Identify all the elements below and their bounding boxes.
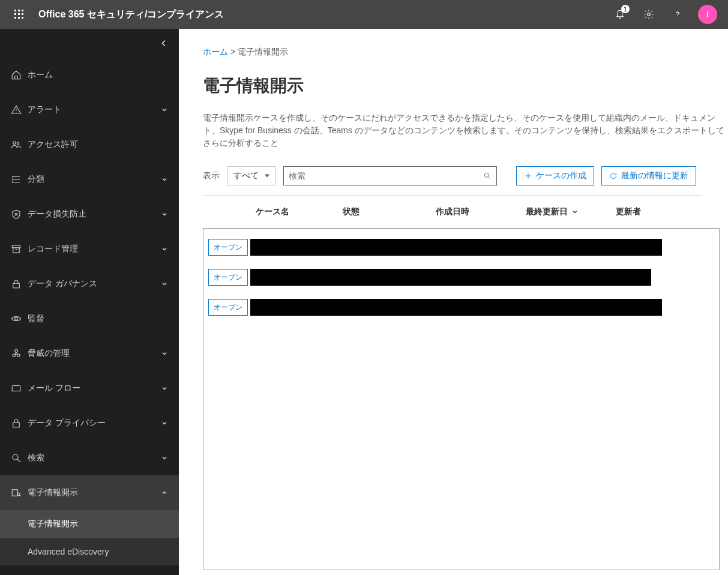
- svg-rect-2: [22, 10, 23, 11]
- sidebar-subitem-label: Advanced eDiscovery: [28, 547, 109, 556]
- settings-icon[interactable]: [634, 0, 663, 29]
- chevron-down-icon: [160, 176, 169, 183]
- notification-badge: 1: [621, 5, 630, 13]
- create-case-button[interactable]: ケースの作成: [516, 166, 594, 185]
- svg-point-16: [16, 353, 17, 355]
- col-created[interactable]: 作成日時: [431, 206, 521, 217]
- sidebar-item-permissions[interactable]: アクセス許可: [0, 127, 179, 162]
- sidebar-item-search[interactable]: 検索: [0, 441, 179, 475]
- svg-point-18: [13, 354, 16, 357]
- search-input[interactable]: [289, 171, 483, 181]
- sidebar-item-home[interactable]: ホーム: [0, 58, 179, 92]
- table-row: オープン: [208, 235, 719, 260]
- sidebar-item-label: 分類: [28, 174, 160, 185]
- svg-rect-23: [12, 490, 17, 496]
- col-state[interactable]: 状態: [338, 206, 431, 217]
- svg-point-19: [17, 354, 20, 357]
- sidebar-item-data-privacy[interactable]: データ プライバシー: [0, 406, 179, 441]
- breadcrumb-home-link[interactable]: ホーム: [203, 47, 228, 56]
- table-body: オープン オープン オープン: [203, 228, 720, 570]
- chevron-down-icon: [160, 245, 169, 253]
- redacted-content: [250, 239, 662, 256]
- notifications-icon[interactable]: 1: [606, 0, 634, 29]
- toolbar: 表示 すべて ケースの作成 最新の情報に更新: [203, 166, 728, 185]
- avatar[interactable]: I: [698, 5, 717, 24]
- sidebar-item-label: 脅威の管理: [28, 348, 160, 359]
- svg-rect-13: [13, 248, 20, 253]
- svg-rect-14: [13, 283, 20, 288]
- refresh-button[interactable]: 最新の情報に更新: [601, 166, 696, 185]
- sidebar-item-supervision[interactable]: 監督: [0, 301, 179, 336]
- home-icon: [11, 70, 28, 80]
- sidebar-item-records[interactable]: レコード管理: [0, 232, 179, 266]
- list-icon: [11, 174, 28, 185]
- open-case-button[interactable]: オープン: [208, 239, 248, 256]
- svg-point-9: [648, 13, 651, 16]
- sidebar-item-alerts[interactable]: アラート: [0, 92, 179, 127]
- svg-rect-21: [13, 423, 20, 427]
- svg-point-25: [484, 173, 489, 177]
- chevron-down-icon: [160, 106, 169, 113]
- svg-rect-3: [14, 13, 16, 15]
- sidebar-item-label: データ損失防止: [28, 209, 160, 220]
- col-case-name[interactable]: ケース名: [251, 206, 338, 217]
- sidebar: ホーム アラート アクセス許可 分類 データ損失防止 レコード管理: [0, 29, 179, 575]
- svg-point-22: [13, 454, 18, 460]
- help-icon[interactable]: [663, 0, 692, 29]
- open-case-button[interactable]: オープン: [208, 299, 248, 316]
- sidebar-subitem-advanced-ediscovery[interactable]: Advanced eDiscovery: [0, 538, 179, 565]
- caret-down-icon: [265, 173, 269, 178]
- plus-icon: [524, 172, 532, 180]
- redacted-content: [250, 299, 662, 316]
- mail-icon: [11, 383, 28, 394]
- show-label: 表示: [203, 170, 220, 181]
- sidebar-item-mail-flow[interactable]: メール フロー: [0, 371, 179, 406]
- svg-rect-0: [14, 10, 16, 11]
- header-bar: Office 365 セキュリティ/コンプライアンス 1 I: [0, 0, 728, 29]
- svg-point-11: [17, 142, 19, 145]
- sidebar-item-dlp[interactable]: データ損失防止: [0, 197, 179, 232]
- eye-icon: [11, 313, 28, 324]
- sidebar-item-label: ホーム: [28, 70, 169, 80]
- refresh-label: 最新の情報に更新: [621, 170, 688, 181]
- search-box[interactable]: [283, 166, 497, 185]
- chevron-down-icon: [160, 454, 169, 462]
- table-row: オープン: [208, 295, 719, 320]
- breadcrumb-current: 電子情報開示: [238, 47, 288, 56]
- col-updater[interactable]: 更新者: [611, 206, 683, 217]
- archive-icon: [11, 244, 28, 254]
- breadcrumb-separator: >: [230, 47, 235, 56]
- sidebar-item-label: 監督: [28, 313, 169, 324]
- sidebar-item-data-governance[interactable]: データ ガバナンス: [0, 266, 179, 301]
- create-case-label: ケースの作成: [536, 170, 586, 181]
- sidebar-item-ediscovery[interactable]: 電子情報開示: [0, 475, 179, 510]
- biohazard-icon: [11, 348, 28, 359]
- ediscovery-icon: [11, 487, 28, 498]
- svg-rect-7: [18, 17, 20, 19]
- col-updated[interactable]: 最終更新日: [521, 206, 611, 217]
- sidebar-item-label: データ ガバナンス: [28, 278, 160, 289]
- search-icon: [483, 172, 492, 180]
- svg-point-15: [15, 318, 18, 321]
- sidebar-item-label: レコード管理: [28, 244, 160, 254]
- dropdown-value: すべて: [233, 170, 259, 181]
- people-icon: [11, 139, 28, 150]
- svg-point-10: [13, 142, 16, 145]
- chevron-down-icon: [160, 385, 169, 392]
- breadcrumb: ホーム > 電子情報開示: [203, 47, 728, 58]
- chevron-down-icon: [160, 420, 169, 427]
- open-case-button[interactable]: オープン: [208, 269, 248, 286]
- shield-x-icon: [11, 209, 28, 220]
- search-icon: [11, 453, 28, 463]
- app-launcher-icon[interactable]: [5, 0, 34, 29]
- sidebar-subitem-ediscovery[interactable]: 電子情報開示: [0, 510, 179, 538]
- brand-title: Office 365 セキュリティ/コンプライアンス: [38, 8, 224, 21]
- lock-icon: [11, 278, 28, 289]
- sidebar-item-threat-mgmt[interactable]: 脅威の管理: [0, 336, 179, 371]
- chevron-down-icon: [160, 350, 169, 357]
- filter-dropdown[interactable]: すべて: [227, 166, 276, 185]
- sidebar-item-classification[interactable]: 分類: [0, 162, 179, 197]
- sidebar-item-label: 電子情報開示: [28, 487, 160, 498]
- svg-rect-5: [22, 13, 23, 15]
- collapse-sidebar-button[interactable]: [0, 29, 179, 58]
